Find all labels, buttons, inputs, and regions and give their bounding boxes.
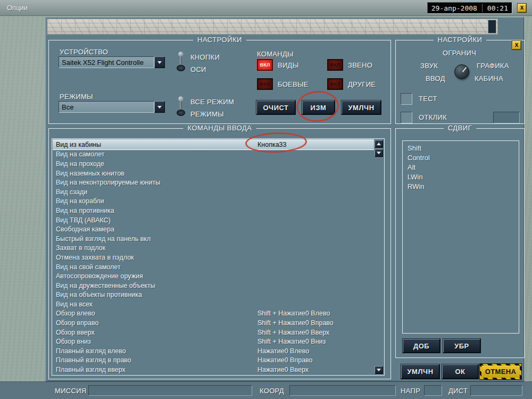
table-row[interactable]: Вид на корабли: [53, 197, 374, 206]
all-modes-toggle[interactable]: [177, 97, 185, 116]
other-indicator[interactable]: ВКЛ: [327, 78, 343, 90]
command-name: Захват в пэдлок: [53, 244, 257, 252]
indicator-text: ВКЛ: [260, 62, 270, 68]
list-item[interactable]: Control: [403, 153, 519, 163]
add-button[interactable]: ДОБ: [403, 339, 440, 353]
table-row[interactable]: Отмена захвата в пэдлок: [53, 253, 374, 262]
scroll-up-button[interactable]: [375, 140, 383, 148]
table-row[interactable]: Автосопровождение оружия: [53, 271, 374, 281]
command-name: Вид на неконтролируемые юниты: [53, 179, 257, 186]
indicator-text: ВКЛ: [330, 62, 340, 68]
scrollbar-thumb[interactable]: [375, 149, 383, 157]
test-label: ТЕСТ: [419, 95, 437, 103]
scroll-down-button[interactable]: [375, 366, 383, 374]
default-button[interactable]: УМЛЧН: [342, 101, 381, 114]
clock-divider: [482, 4, 483, 12]
map-strip-box: [488, 20, 496, 34]
settings-panel-left: НАСТРОЙКИ УСТРОЙСТВО Saitek X52 Flight C…: [48, 40, 391, 124]
table-row[interactable]: Вид на проходе: [53, 159, 374, 169]
table-row[interactable]: Вид на дружественные объекты: [53, 281, 374, 290]
table-row[interactable]: Плавный взгляд влево Нажатие0 Влево: [53, 346, 374, 356]
cancel-button[interactable]: ОТМЕНА: [480, 364, 521, 379]
command-binding: Shift + Нажатие0 Вверх: [257, 329, 374, 336]
command-name: Свободная камера: [53, 226, 257, 233]
mission-field[interactable]: [88, 385, 252, 396]
modes-toggle-label: РЕЖИМЫ: [190, 110, 224, 118]
command-name: Автосопровождение оружия: [53, 272, 257, 280]
flight-label: ЗВЕНО: [348, 61, 372, 69]
table-row[interactable]: Вид на неконтролируемые юниты: [53, 178, 374, 187]
response-checkbox[interactable]: [401, 112, 412, 123]
heading-label: НАПР: [401, 387, 420, 395]
table-row[interactable]: Вид на всех: [53, 300, 374, 309]
modes-dropdown-button[interactable]: [154, 101, 165, 113]
settings-left-title: НАСТРОЙКИ: [193, 36, 246, 44]
table-row[interactable]: Вид на противника: [53, 206, 374, 215]
views-label: ВИДЫ: [278, 61, 299, 69]
edit-button[interactable]: ИЗМ: [302, 101, 335, 114]
command-name: Быстрый взгляд на панель вкл: [53, 235, 257, 243]
list-item[interactable]: Shift: [403, 144, 519, 153]
command-name: Обзор вниз: [53, 338, 257, 345]
default-all-button[interactable]: УМЛЧН: [401, 364, 439, 379]
clear-button[interactable]: ОЧИСТ: [256, 101, 295, 114]
cancel-button-label: ОТМЕНА: [481, 365, 520, 378]
table-row[interactable]: Вид сзади: [53, 187, 374, 197]
command-binding: Shift + Нажатие0 Влево: [257, 310, 374, 317]
commands-panel: КОМАНДЫ ВВОДА Вид из кабины Кнопка33 Вид…: [48, 128, 391, 379]
commands-scrollbar[interactable]: [374, 139, 384, 375]
cockpit-label: КАБИНА: [475, 74, 503, 82]
table-row[interactable]: Обзор влево Shift + Нажатие0 Влево: [53, 309, 374, 319]
close-button[interactable]: x: [517, 3, 527, 13]
device-label: УСТРОЙСТВО: [60, 48, 108, 56]
remove-button[interactable]: УБР: [443, 339, 480, 353]
table-row[interactable]: Вид из кабины Кнопка33: [53, 139, 374, 150]
list-item[interactable]: Alt: [403, 163, 519, 172]
buttons-axes-toggle[interactable]: [177, 52, 185, 71]
ok-button[interactable]: ОК: [442, 364, 478, 379]
table-row[interactable]: Вид на свой самолет: [53, 262, 374, 272]
list-item[interactable]: RWin: [403, 182, 519, 192]
panel-close-button[interactable]: x: [512, 40, 521, 50]
device-dropdown[interactable]: Saitek X52 Flight Controlle: [59, 56, 165, 68]
table-row[interactable]: Плавный взгляд в право Нажатие0 Вправо: [53, 356, 374, 365]
table-row[interactable]: Свободная камера: [53, 225, 374, 234]
coord-field[interactable]: [289, 385, 396, 396]
table-row[interactable]: Обзор вправо Shift + Нажатие0 Вправо: [53, 318, 374, 328]
category-knob[interactable]: [454, 64, 469, 79]
table-row[interactable]: Вид на объекты противника: [53, 290, 374, 300]
device-dropdown-button[interactable]: [154, 56, 165, 68]
knob-pointer: [462, 67, 467, 72]
views-indicator[interactable]: ВКЛ: [257, 59, 273, 71]
arrow-up-icon: [377, 143, 381, 145]
command-name: Обзор вправо: [53, 319, 257, 327]
table-row[interactable]: Вид на самолет: [53, 150, 374, 160]
table-row[interactable]: Обзор вверх Shift + Нажатие0 Вверх: [53, 328, 374, 337]
command-name: Вид на проходе: [53, 160, 257, 168]
axes-label: ОСИ: [190, 65, 206, 73]
test-checkbox[interactable]: [401, 93, 412, 105]
sound-label: ЗВУК: [420, 62, 438, 70]
table-row[interactable]: Быстрый взгляд на панель вкл: [53, 234, 374, 244]
toggle-base: [177, 110, 185, 116]
arrow-down-icon: [377, 152, 381, 154]
command-binding: Нажатие0 Влево: [257, 347, 374, 355]
table-row[interactable]: Вид ТВД (АВАКС): [53, 215, 374, 225]
command-name: Плавный взгляд в право: [53, 356, 257, 364]
commands-list-rows: Вид из кабины Кнопка33 Вид на самолет Ви…: [53, 139, 374, 375]
flight-indicator[interactable]: ВКЛ: [327, 59, 343, 71]
table-row[interactable]: Плавный взгляд вверх Нажатие0 Вверх: [53, 365, 374, 375]
list-item[interactable]: LWin: [403, 172, 519, 182]
combat-indicator[interactable]: ВКЛ: [257, 78, 273, 90]
table-row[interactable]: Обзор вниз Shift + Нажатие0 Вниз: [53, 337, 374, 346]
chevron-down-icon: [157, 61, 162, 64]
modes-dropdown[interactable]: Все: [59, 101, 165, 113]
response-field[interactable]: [493, 112, 520, 123]
heading-field[interactable]: [424, 385, 442, 396]
chevron-down-icon: [157, 106, 162, 109]
command-name: Обзор вверх: [53, 329, 257, 336]
table-row[interactable]: Вид наземных юнитов: [53, 169, 374, 178]
coord-label: КООРД: [260, 387, 284, 395]
table-row[interactable]: Захват в пэдлок: [53, 244, 374, 253]
distance-field[interactable]: [470, 385, 522, 396]
